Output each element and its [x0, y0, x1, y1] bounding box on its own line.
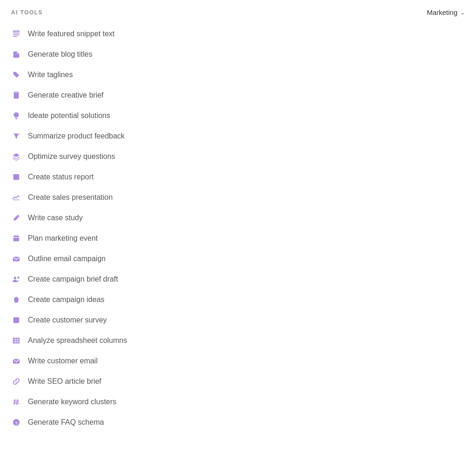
tool-list: Write featured snippet textGenerate blog…: [0, 22, 476, 434]
chart-icon: [11, 192, 21, 203]
tool-label-create-campaign-brief-draft: Create campaign brief draft: [28, 275, 118, 283]
tool-item-plan-marketing-event[interactable]: Plan marketing event: [0, 228, 476, 249]
page-title: AI TOOLS: [11, 9, 43, 16]
tool-item-create-campaign-ideas[interactable]: Create campaign ideas: [0, 289, 476, 310]
svg-rect-2: [13, 34, 20, 35]
svg-rect-28: [14, 318, 15, 319]
tool-label-write-customer-email: Write customer email: [28, 357, 98, 365]
tool-label-generate-creative-brief: Generate creative brief: [28, 91, 104, 99]
svg-rect-10: [15, 92, 17, 93]
spreadsheet-icon: [11, 335, 21, 346]
filter-dropdown[interactable]: Marketing ⌄: [427, 8, 465, 16]
tool-label-write-case-study: Write case study: [28, 214, 83, 222]
svg-rect-12: [15, 118, 17, 119]
page-header: AI TOOLS Marketing ⌄: [0, 0, 476, 22]
calendar-icon: [11, 233, 21, 243]
tool-label-plan-marketing-event: Plan marketing event: [28, 234, 98, 243]
svg-rect-1: [13, 33, 20, 33]
svg-text:?: ?: [15, 421, 18, 426]
tool-label-create-status-report: Create status report: [28, 173, 93, 181]
pencil-icon: [11, 213, 21, 223]
hash-icon: [11, 397, 21, 407]
svg-rect-15: [14, 177, 18, 177]
report-icon: [11, 172, 21, 182]
svg-rect-3: [13, 36, 17, 37]
svg-rect-11: [15, 118, 17, 118]
tool-item-ideate-potential-solutions[interactable]: Ideate potential solutions: [0, 105, 476, 126]
svg-rect-17: [13, 200, 20, 200]
tool-item-write-seo-article-brief[interactable]: Write SEO article brief: [0, 371, 476, 392]
chevron-down-icon: ⌄: [460, 9, 465, 16]
link-icon: [11, 376, 21, 387]
tool-label-write-seo-article-brief: Write SEO article brief: [28, 377, 101, 386]
filter-icon: [11, 131, 21, 141]
tool-label-generate-faq-schema: Generate FAQ schema: [28, 418, 104, 427]
survey-icon: [11, 315, 21, 325]
tool-label-create-sales-presentation: Create sales presentation: [28, 193, 112, 202]
tool-item-analyze-spreadsheet-columns[interactable]: Analyze spreadsheet columns: [0, 330, 476, 351]
svg-point-24: [14, 277, 16, 279]
tool-item-outline-email-campaign[interactable]: Outline email campaign: [0, 249, 476, 269]
svg-rect-8: [15, 95, 17, 95]
tool-item-optimize-survey-questions[interactable]: Optimize survey questions: [0, 146, 476, 167]
svg-rect-30: [14, 322, 15, 323]
tool-item-generate-creative-brief[interactable]: Generate creative brief: [0, 85, 476, 105]
bulb-icon: [11, 111, 21, 121]
tool-label-optimize-survey-questions: Optimize survey questions: [28, 152, 115, 161]
tool-label-create-campaign-ideas: Create campaign ideas: [28, 296, 105, 304]
svg-rect-0: [13, 31, 20, 32]
svg-rect-34: [13, 338, 20, 344]
tool-label-write-taglines: Write taglines: [28, 71, 73, 79]
svg-rect-19: [13, 236, 20, 242]
tag-icon: [11, 70, 21, 80]
filter-label: Marketing: [427, 8, 457, 16]
tool-item-create-campaign-brief-draft[interactable]: Create campaign brief draft: [0, 269, 476, 289]
svg-line-41: [17, 399, 18, 405]
svg-rect-29: [14, 320, 15, 321]
tool-label-generate-blog-titles: Generate blog titles: [28, 50, 93, 59]
tool-item-write-case-study[interactable]: Write case study: [0, 208, 476, 228]
tool-item-generate-faq-schema[interactable]: ?Generate FAQ schema: [0, 412, 476, 433]
tool-item-create-customer-survey[interactable]: Create customer survey: [0, 310, 476, 330]
svg-rect-31: [16, 318, 19, 319]
svg-rect-32: [16, 320, 19, 321]
tool-item-generate-blog-titles[interactable]: Generate blog titles: [0, 44, 476, 65]
svg-rect-7: [15, 93, 17, 94]
snippet-icon: [11, 29, 21, 39]
tool-item-generate-keyword-clusters[interactable]: Generate keyword clusters: [0, 392, 476, 412]
mail-icon: [11, 356, 21, 366]
tool-label-generate-keyword-clusters: Generate keyword clusters: [28, 398, 116, 406]
tool-item-create-status-report[interactable]: Create status report: [0, 167, 476, 187]
svg-line-40: [14, 399, 15, 405]
tool-label-summarize-product-feedback: Summarize product feedback: [28, 132, 125, 140]
svg-rect-14: [14, 176, 18, 176]
tool-label-analyze-spreadsheet-columns: Analyze spreadsheet columns: [28, 336, 127, 345]
tool-item-write-customer-email[interactable]: Write customer email: [0, 351, 476, 371]
tool-item-write-featured-snippet[interactable]: Write featured snippet text: [0, 24, 476, 44]
people-icon: [11, 274, 21, 284]
gem-icon: [11, 295, 21, 305]
svg-rect-33: [16, 322, 18, 322]
brief-icon: [11, 90, 21, 100]
envelope-icon: [11, 254, 21, 264]
svg-marker-26: [14, 296, 19, 303]
question-icon: ?: [11, 417, 21, 427]
blog-icon: [11, 49, 21, 59]
tool-label-write-featured-snippet: Write featured snippet text: [28, 30, 114, 38]
tool-label-create-customer-survey: Create customer survey: [28, 316, 107, 324]
svg-point-25: [17, 276, 20, 279]
svg-point-5: [14, 73, 16, 74]
tool-label-outline-email-campaign: Outline email campaign: [28, 255, 106, 263]
layers-icon: [11, 151, 21, 162]
tool-label-ideate-potential-solutions: Ideate potential solutions: [28, 112, 110, 120]
svg-rect-9: [15, 96, 17, 97]
tool-item-write-taglines[interactable]: Write taglines: [0, 65, 476, 85]
tool-item-summarize-product-feedback[interactable]: Summarize product feedback: [0, 126, 476, 146]
tool-item-create-sales-presentation[interactable]: Create sales presentation: [0, 187, 476, 208]
svg-rect-16: [14, 178, 17, 179]
